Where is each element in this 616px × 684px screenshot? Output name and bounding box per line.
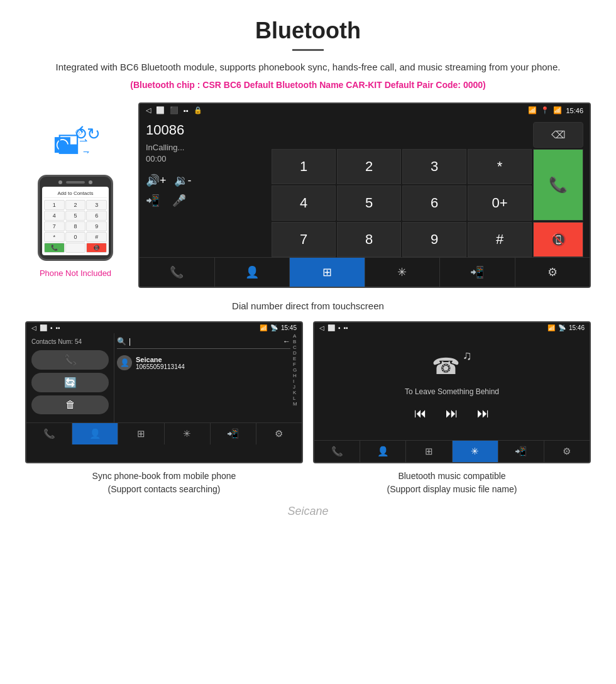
bottom-contacts-btn[interactable]: 👤	[215, 258, 290, 287]
time-display: 15:46	[566, 107, 583, 114]
page-title: Bluetooth	[38, 18, 578, 44]
phone-key-0: 0	[65, 232, 86, 242]
m-contacts-btn[interactable]: 👤	[360, 441, 406, 462]
music-phone-icon: 📶	[547, 324, 555, 331]
bottom-transfer-btn[interactable]: 📲	[440, 258, 515, 287]
music-status-left: ◁ ⬜ ▪ ▪▪	[319, 324, 348, 331]
c-phone-btn[interactable]: 📞	[26, 423, 72, 444]
key-1[interactable]: 1	[272, 149, 336, 184]
svg-text:⇀: ⇀	[79, 135, 87, 146]
key-3[interactable]: 3	[402, 149, 466, 184]
key-8[interactable]: 8	[337, 222, 401, 257]
main-demo-section: ⬓ ⥀↻ ◙ ⦾ ⇀ ⇁ Add to Contacts 1 2 3	[0, 96, 616, 294]
header-description: Integrated with BC6 Bluetooth module, su…	[38, 60, 578, 75]
phone-key-7: 7	[44, 221, 65, 231]
contacts-caption-line2: (Support contacts searching)	[25, 483, 303, 496]
contact-list-item: 👤 Seicane 10655059113144	[117, 353, 290, 373]
bottom-settings-btn[interactable]: ⚙	[515, 258, 590, 287]
phone-sensor-dot	[89, 180, 92, 184]
key-4[interactable]: 4	[272, 185, 336, 221]
contacts-call-btn[interactable]: 📞	[31, 350, 109, 370]
transfer-mute-controls: 📲 🎤	[146, 194, 265, 207]
m-bluetooth-btn[interactable]: ✳	[453, 441, 498, 462]
phone-key-9: 9	[86, 221, 107, 231]
alpha-i[interactable]: I	[293, 378, 302, 384]
search-icon: 🔍	[117, 337, 126, 346]
wifi-icon: 📶	[553, 106, 562, 114]
play-pause-button[interactable]: ⏭	[446, 406, 458, 421]
key-star[interactable]: *	[468, 149, 532, 184]
phone-add-contacts-label: Add to Contacts	[44, 189, 107, 198]
contacts-search-bar[interactable]: 🔍 | ←	[117, 337, 290, 349]
key-7[interactable]: 7	[272, 222, 336, 257]
contacts-wifi-icon: 📡	[270, 324, 278, 331]
phone-keypad-grid: 1 2 3 4 5 6 7 8 9 * 0 # 📞 📵	[44, 200, 107, 253]
next-track-button[interactable]: ⏭	[477, 406, 490, 421]
contacts-time: 15:45	[281, 324, 297, 331]
contacts-signal-icon: ▪▪	[56, 324, 60, 331]
phone-key-empty	[65, 243, 86, 253]
alpha-f[interactable]: F	[293, 361, 302, 367]
contacts-phone-icon: 📶	[260, 324, 267, 331]
alpha-d[interactable]: D	[293, 350, 302, 356]
contact-avatar: 👤	[117, 355, 132, 370]
alpha-j[interactable]: J	[293, 384, 302, 390]
phone-top-bar	[42, 180, 109, 184]
alpha-a[interactable]: A	[293, 333, 302, 339]
c-bluetooth-btn[interactable]: ✳	[165, 423, 211, 444]
backspace-row: ⌫	[272, 122, 583, 148]
alphabet-scroll-list[interactable]: A B C D E F G H I J K L M	[293, 333, 302, 422]
alpha-l[interactable]: L	[293, 395, 302, 401]
phone-mockup: Add to Contacts 1 2 3 4 5 6 7 8 9 * 0 # …	[38, 175, 113, 261]
volume-up-icon[interactable]: 🔊+	[146, 174, 167, 187]
bottom-phone-btn[interactable]: 📞	[140, 258, 215, 287]
key-5[interactable]: 5	[337, 185, 401, 221]
c-dialpad-btn[interactable]: ⊞	[118, 423, 164, 444]
alpha-g[interactable]: G	[293, 367, 302, 373]
alpha-h[interactable]: H	[293, 373, 302, 378]
call-button[interactable]: 📞	[533, 149, 583, 221]
contacts-status-left: ◁ ⬜ ▪ ▪▪	[31, 324, 60, 331]
alpha-b[interactable]: B	[293, 339, 302, 345]
title-divider	[292, 49, 324, 51]
m-transfer-btn[interactable]: 📲	[498, 441, 544, 462]
volume-down-icon[interactable]: 🔉-	[174, 174, 192, 187]
contacts-delete-btn[interactable]: 🗑	[31, 395, 109, 414]
contacts-sync-btn[interactable]: 🔄	[31, 373, 109, 392]
alpha-e[interactable]: E	[293, 356, 302, 361]
key-hash[interactable]: #	[468, 222, 532, 257]
key-0plus[interactable]: 0+	[468, 185, 532, 221]
m-dialpad-btn[interactable]: ⊞	[406, 441, 452, 462]
c-settings-btn[interactable]: ⚙	[256, 423, 302, 444]
m-settings-btn[interactable]: ⚙	[544, 441, 590, 462]
c-transfer-btn[interactable]: 📲	[211, 423, 256, 444]
key-9[interactable]: 9	[402, 222, 466, 257]
search-back-icon: ←	[283, 337, 290, 346]
dial-area: 10086 InCalling... 00:00 🔊+ 🔉- 📲 🎤	[140, 117, 590, 257]
status-left: ◁ ⬜ ⬛ ▪▪ 🔒	[146, 106, 202, 114]
alpha-k[interactable]: K	[293, 390, 302, 395]
music-caption-block: Bluetooth music compatible (Support disp…	[313, 470, 591, 496]
music-controls: ⏮ ⏭ ⏭	[414, 406, 490, 421]
backspace-button[interactable]: ⌫	[533, 122, 583, 148]
bottom-screens-section: ◁ ⬜ ▪ ▪▪ 📶 📡 15:45 Contacts Num: 54 📞 🔄 …	[0, 321, 616, 463]
key-6[interactable]: 6	[402, 185, 466, 221]
numpad-section: ⌫ 1 2 3 * 📞 4 5 6 0+ 7 8 9 # 📵	[272, 122, 583, 257]
transfer-icon[interactable]: 📲	[146, 194, 160, 207]
bottom-bluetooth-btn[interactable]: ✳	[365, 258, 441, 287]
phone-left-panel: ⬓ ⥀↻ ◙ ⦾ ⇀ ⇁ Add to Contacts 1 2 3	[25, 102, 126, 278]
end-call-button[interactable]: 📵	[533, 222, 583, 257]
contacts-left-panel: Contacts Num: 54 📞 🔄 🗑	[26, 333, 114, 422]
phone-key-hash: #	[86, 232, 107, 242]
phone-key-end: 📵	[86, 243, 107, 253]
prev-track-button[interactable]: ⏮	[414, 406, 427, 421]
mute-icon[interactable]: 🎤	[172, 194, 186, 207]
key-2[interactable]: 2	[337, 149, 401, 184]
c-contacts-btn[interactable]: 👤	[72, 423, 118, 444]
search-cursor: |	[129, 337, 131, 346]
alpha-c[interactable]: C	[293, 345, 302, 350]
contacts-bottom-bar: 📞 👤 ⊞ ✳ 📲 ⚙	[26, 422, 302, 444]
alpha-m[interactable]: M	[293, 401, 302, 407]
bottom-dialpad-btn[interactable]: ⊞	[290, 258, 365, 287]
m-phone-btn[interactable]: 📞	[314, 441, 360, 462]
